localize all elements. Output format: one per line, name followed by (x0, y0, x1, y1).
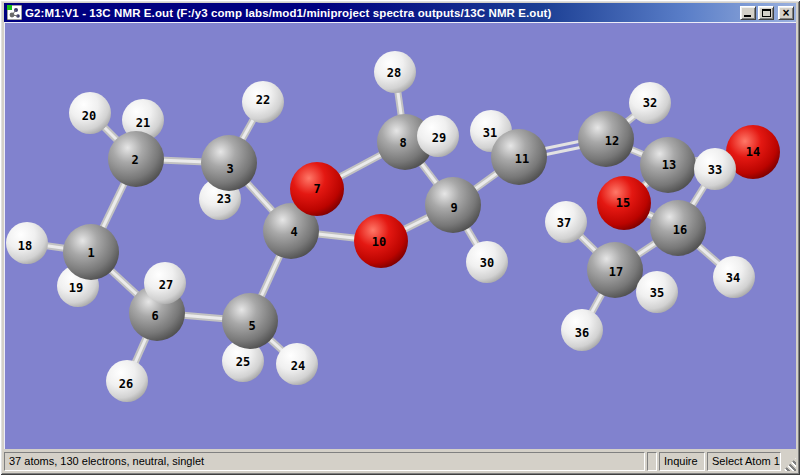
status-mode: Inquire (659, 452, 705, 471)
close-button[interactable]: × (778, 6, 794, 20)
atom-label-28: 28 (387, 66, 401, 80)
atom-label-34: 34 (726, 271, 740, 285)
atom-label-14: 14 (746, 145, 760, 159)
molecule-viewport[interactable]: 2123192537141820222628313230343612362752… (4, 22, 796, 449)
atom-label-36: 36 (575, 326, 589, 340)
close-icon: × (779, 7, 793, 19)
atom-label-35: 35 (650, 286, 664, 300)
maximize-button[interactable] (758, 6, 774, 20)
atom-label-18: 18 (18, 239, 32, 253)
atom-label-3: 3 (226, 162, 233, 176)
atom-label-2: 2 (131, 153, 138, 167)
atom-label-22: 22 (256, 93, 270, 107)
status-summary: 37 atoms, 130 electrons, neutral, single… (4, 452, 645, 471)
window-title: G2:M1:V1 - 13C NMR E.out (F:/y3 comp lab… (25, 7, 740, 19)
atom-label-29: 29 (432, 131, 446, 145)
minimize-button[interactable] (740, 6, 756, 20)
atom-label-17: 17 (609, 265, 623, 279)
atom-label-24: 24 (291, 359, 305, 373)
atom-label-31: 31 (483, 126, 497, 140)
atom-label-8: 8 (399, 136, 406, 150)
atom-label-6: 6 (151, 309, 158, 323)
atom-label-26: 26 (119, 377, 133, 391)
status-selection: Select Atom 1 (707, 452, 781, 471)
atom-label-25: 25 (236, 355, 250, 369)
minimize-icon (744, 15, 751, 17)
molecule-canvas[interactable]: 2123192537141820222628313230343612362752… (4, 22, 796, 449)
titlebar[interactable]: G2:M1:V1 - 13C NMR E.out (F:/y3 comp lab… (4, 3, 796, 22)
app-icon[interactable] (7, 5, 22, 20)
atom-label-33: 33 (708, 163, 722, 177)
atom-label-12: 12 (605, 134, 619, 148)
maximize-icon (762, 9, 771, 17)
status-bar: 37 atoms, 130 electrons, neutral, single… (4, 450, 796, 472)
atom-label-7: 7 (313, 182, 320, 196)
atom-label-21: 21 (136, 116, 150, 130)
atom-label-5: 5 (248, 319, 255, 333)
status-separator (647, 452, 657, 471)
atom-label-9: 9 (450, 201, 457, 215)
atom-label-19: 19 (69, 281, 83, 295)
atom-label-20: 20 (82, 109, 96, 123)
atom-label-15: 15 (616, 196, 630, 210)
atom-label-16: 16 (673, 223, 687, 237)
atom-label-23: 23 (217, 192, 231, 206)
atom-label-37: 37 (557, 216, 571, 230)
atom-label-27: 27 (159, 278, 173, 292)
atom-label-1: 1 (87, 246, 94, 260)
atom-layer (6, 51, 780, 402)
resize-grip[interactable] (783, 458, 796, 471)
atom-label-11: 11 (515, 152, 529, 166)
gaussview-window: G2:M1:V1 - 13C NMR E.out (F:/y3 comp lab… (0, 0, 800, 475)
atom-label-13: 13 (662, 158, 676, 172)
atom-label-10: 10 (372, 235, 386, 249)
atom-label-30: 30 (480, 256, 494, 270)
atom-label-32: 32 (643, 96, 657, 110)
atom-label-4: 4 (290, 225, 297, 239)
